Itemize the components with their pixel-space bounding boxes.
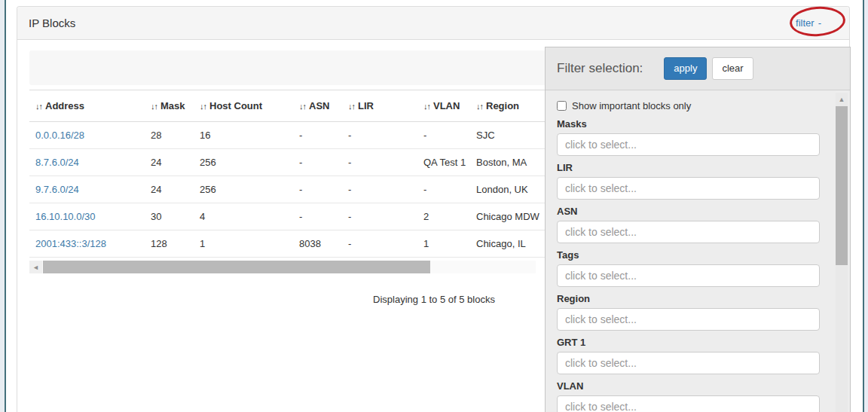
cell-address: 2001:433::3/128	[29, 230, 145, 258]
important-blocks-checkbox-label: Show important blocks only	[572, 100, 691, 111]
tags-select-input[interactable]	[557, 264, 820, 287]
cell-lir: -	[342, 149, 417, 176]
filter-panel-body: Show important blocks only Masks LIR ASN…	[546, 90, 850, 412]
address-link[interactable]: 2001:433::3/128	[35, 238, 106, 249]
cell-asn: 8038	[293, 230, 342, 258]
cell-mask: 30	[145, 203, 194, 230]
masks-select-input[interactable]	[557, 133, 820, 156]
horizontal-scrollbar-thumb[interactable]	[43, 261, 430, 273]
field-label-vlan: VLAN	[557, 380, 820, 392]
vertical-scrollbar-thumb[interactable]	[836, 106, 848, 265]
cell-asn: -	[293, 149, 342, 176]
cell-host-count: 16	[194, 122, 293, 149]
scroll-left-button[interactable]: ◄	[29, 261, 42, 273]
horizontal-scrollbar[interactable]: ◄	[29, 261, 536, 273]
scroll-up-arrow-icon: ▲	[839, 96, 845, 103]
address-link[interactable]: 0.0.0.16/28	[35, 130, 84, 141]
cell-host-count: 256	[194, 149, 293, 176]
sort-icon: ↓↑	[151, 102, 157, 111]
column-label: LIR	[358, 100, 374, 111]
scroll-up-button[interactable]: ▲	[836, 94, 848, 105]
apply-button[interactable]: apply	[664, 57, 707, 80]
cell-address: 0.0.0.16/28	[29, 122, 145, 149]
filter-toggle-label: filter	[796, 17, 815, 29]
cell-vlan: -	[417, 176, 470, 203]
page-title: IP Blocks	[29, 17, 75, 29]
cell-vlan: 1	[417, 230, 470, 258]
clear-button[interactable]: clear	[712, 57, 753, 80]
region-select-input[interactable]	[557, 308, 820, 331]
address-link[interactable]: 9.7.6.0/24	[35, 184, 79, 195]
filter-panel: Filter selection: apply clear Show impor…	[545, 47, 851, 412]
column-label: Region	[486, 100, 519, 111]
sort-icon: ↓↑	[35, 102, 42, 111]
window-right-strip	[864, 0, 868, 412]
collapse-indicator: -	[818, 17, 821, 29]
cell-vlan: -	[417, 122, 470, 149]
sort-icon: ↓↑	[476, 102, 483, 111]
cell-vlan: 2	[417, 203, 470, 230]
cell-host-count: 4	[194, 203, 293, 230]
sort-icon: ↓↑	[348, 102, 355, 111]
address-link[interactable]: 16.10.10.0/30	[35, 211, 96, 222]
sort-icon: ↓↑	[299, 102, 306, 111]
scroll-left-arrow-icon: ◄	[32, 264, 39, 271]
column-label: VLAN	[433, 100, 460, 111]
sort-icon: ↓↑	[200, 102, 206, 111]
field-label-asn: ASN	[557, 206, 820, 217]
cell-host-count: 1	[194, 230, 293, 258]
field-label-tags: Tags	[557, 249, 820, 261]
field-label-grt1: GRT 1	[557, 337, 820, 348]
cell-mask: 24	[145, 176, 194, 203]
column-header-address[interactable]: ↓↑Address	[29, 90, 145, 122]
filter-panel-header: Filter selection: apply clear	[546, 47, 850, 90]
grt1-select-input[interactable]	[557, 352, 820, 374]
column-header-vlan[interactable]: ↓↑VLAN	[417, 90, 470, 122]
vertical-scrollbar[interactable]: ▲	[836, 93, 848, 412]
cell-lir: -	[342, 230, 417, 258]
cell-address: 9.7.6.0/24	[29, 176, 145, 203]
card-header: IP Blocks filter -	[17, 7, 849, 40]
column-header-asn[interactable]: ↓↑ASN	[293, 90, 342, 122]
sort-icon: ↓↑	[423, 102, 430, 111]
cell-lir: -	[342, 122, 417, 149]
lir-select-input[interactable]	[557, 177, 820, 200]
cell-mask: 128	[145, 230, 194, 258]
cell-lir: -	[342, 203, 417, 230]
asn-select-input[interactable]	[557, 221, 820, 243]
cell-asn: -	[293, 176, 342, 203]
column-header-mask[interactable]: ↓↑Mask	[145, 90, 194, 122]
column-label: Host Count	[209, 100, 262, 111]
filter-panel-title: Filter selection:	[557, 61, 643, 76]
column-label: ASN	[309, 100, 329, 111]
column-header-lir[interactable]: ↓↑LIR	[342, 90, 417, 122]
field-label-masks: Masks	[557, 118, 820, 130]
cell-address: 8.7.6.0/24	[29, 149, 145, 176]
column-label: Mask	[160, 100, 185, 111]
cell-mask: 24	[145, 149, 194, 176]
cell-host-count: 256	[194, 176, 293, 203]
cell-lir: -	[342, 176, 417, 203]
column-label: Address	[45, 100, 84, 111]
important-blocks-checkbox-row: Show important blocks only	[557, 100, 820, 111]
vlan-select-input[interactable]	[557, 395, 820, 412]
address-link[interactable]: 8.7.6.0/24	[35, 157, 79, 168]
cell-vlan: QA Test 1	[417, 149, 470, 176]
important-blocks-checkbox[interactable]	[557, 101, 567, 111]
window-left-border	[5, 0, 6, 412]
filter-toggle-link[interactable]: filter -	[796, 17, 821, 29]
cell-asn: -	[293, 122, 342, 149]
field-label-lir: LIR	[557, 162, 820, 173]
cell-address: 16.10.10.0/30	[29, 203, 145, 230]
field-label-region: Region	[557, 293, 820, 304]
column-header-host-count[interactable]: ↓↑Host Count	[194, 90, 293, 122]
cell-mask: 28	[145, 122, 194, 149]
cell-asn: -	[293, 203, 342, 230]
